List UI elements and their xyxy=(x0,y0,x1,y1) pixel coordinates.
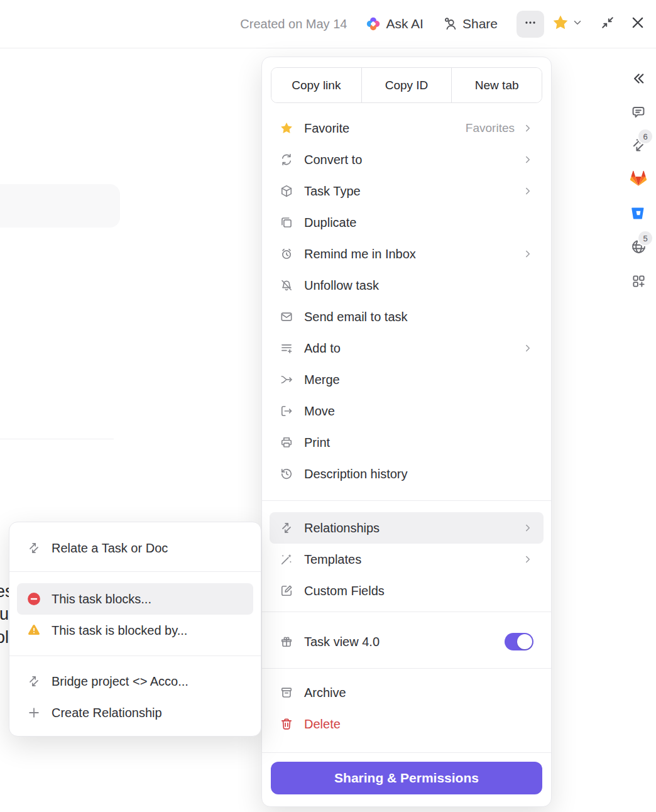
topbar: Created on May 14 Ask AI xyxy=(0,0,656,48)
move-icon xyxy=(280,404,293,418)
submenu-divider xyxy=(9,656,261,656)
menu-item-label: Move xyxy=(304,404,335,419)
more-options-button[interactable] xyxy=(517,11,544,38)
menu-item-print[interactable]: Print xyxy=(270,427,544,458)
menu-item-task-view-40[interactable]: Task view 4.0 xyxy=(270,626,544,657)
relationships-icon xyxy=(280,521,293,535)
menu-item-label: Archive xyxy=(304,686,346,700)
menu-divider xyxy=(262,668,551,669)
menu-item-label: Remind me in Inbox xyxy=(304,247,416,261)
plus-icon xyxy=(27,706,41,720)
copy-link-button[interactable]: Copy link xyxy=(271,68,361,102)
background-highlight-block xyxy=(0,184,120,228)
list-plus-icon xyxy=(280,341,293,355)
submenu-item-label: Create Relationship xyxy=(52,706,162,720)
double-chevron-left-icon xyxy=(630,70,647,89)
background-text-fragment: ol xyxy=(0,628,9,647)
menu-item-label: Convert to xyxy=(304,153,362,167)
collapse-sidebar-button[interactable] xyxy=(629,70,648,89)
submenu-item-task-blocks[interactable]: This task blocks... xyxy=(17,583,253,615)
menu-item-unfollow-task[interactable]: Unfollow task xyxy=(270,270,544,301)
chevron-down-icon xyxy=(572,17,583,31)
menu-divider xyxy=(262,752,551,753)
submenu-item-relate[interactable]: Relate a Task or Doc xyxy=(17,532,253,564)
menu-item-delete[interactable]: Delete xyxy=(270,708,544,740)
block-minus-icon xyxy=(27,592,41,606)
warning-triangle-icon xyxy=(27,623,41,637)
new-tab-button[interactable]: New tab xyxy=(451,68,542,102)
background-text-fragment: lu xyxy=(0,605,9,624)
ellipsis-icon xyxy=(523,16,537,32)
ai-flower-icon xyxy=(366,16,381,31)
star-icon xyxy=(552,14,569,34)
gitlab-icon xyxy=(629,169,648,190)
gift-icon xyxy=(280,635,293,649)
alarm-clock-icon xyxy=(280,247,293,261)
menu-item-label: Add to xyxy=(304,341,341,356)
menu-item-merge[interactable]: Merge xyxy=(270,364,544,395)
trash-icon xyxy=(280,717,293,731)
menu-item-favorite[interactable]: Favorite Favorites xyxy=(270,112,544,144)
close-button[interactable] xyxy=(627,13,648,35)
menu-item-duplicate[interactable]: Duplicate xyxy=(270,207,544,238)
task-view-screen: es lu ol Created on May 14 Ask AI xyxy=(0,0,656,812)
menu-item-label: Relationships xyxy=(304,521,380,535)
submenu-item-bridge-project[interactable]: Bridge project <> Acco... xyxy=(17,666,253,697)
menu-item-task-type[interactable]: Task Type xyxy=(270,175,544,207)
printer-icon xyxy=(280,436,293,449)
menu-item-remind-me[interactable]: Remind me in Inbox xyxy=(270,238,544,270)
chevron-right-icon xyxy=(522,554,533,565)
share-person-icon xyxy=(442,16,457,31)
submenu-item-create-relationship[interactable]: Create Relationship xyxy=(17,697,253,728)
duplicate-icon xyxy=(280,216,293,229)
menu-item-add-to[interactable]: Add to xyxy=(270,332,544,364)
menu-item-label: Task view 4.0 xyxy=(304,635,380,649)
menu-divider xyxy=(262,500,551,501)
copy-actions-group: Copy link Copy ID New tab xyxy=(271,67,542,103)
gitlab-button[interactable] xyxy=(629,170,648,189)
right-sidebar: 6 xyxy=(621,48,656,812)
chevron-right-icon xyxy=(522,248,533,260)
menu-item-archive[interactable]: Archive xyxy=(270,677,544,708)
apps-button[interactable] xyxy=(629,273,648,292)
cube-icon xyxy=(280,184,293,198)
menu-item-label: Favorite xyxy=(304,121,349,136)
menu-item-custom-fields[interactable]: Custom Fields xyxy=(270,575,544,606)
menu-item-send-email[interactable]: Send email to task xyxy=(270,301,544,332)
comments-button[interactable] xyxy=(629,104,648,123)
convert-icon xyxy=(280,153,293,167)
submenu-divider xyxy=(9,571,261,572)
submenu-item-label: Relate a Task or Doc xyxy=(52,541,168,556)
menu-item-templates[interactable]: Templates xyxy=(270,544,544,575)
envelope-icon xyxy=(280,310,293,324)
merge-icon xyxy=(280,373,293,387)
submenu-item-label: Bridge project <> Acco... xyxy=(52,674,189,689)
bitbucket-button[interactable] xyxy=(629,205,648,224)
task-view-toggle[interactable] xyxy=(505,633,533,650)
menu-item-convert-to[interactable]: Convert to xyxy=(270,144,544,175)
sharing-permissions-button[interactable]: Sharing & Permissions xyxy=(271,762,542,794)
share-button[interactable]: Share xyxy=(442,16,498,31)
menu-item-label: Merge xyxy=(304,373,340,387)
submenu-item-label: This task blocks... xyxy=(52,592,151,606)
menu-item-label: Print xyxy=(304,436,330,450)
copy-id-button[interactable]: Copy ID xyxy=(361,68,452,102)
chevron-right-icon xyxy=(522,123,533,134)
menu-item-description-history[interactable]: Description history xyxy=(270,458,544,490)
close-icon xyxy=(630,14,646,33)
favorite-star-button[interactable] xyxy=(552,14,583,34)
chevron-right-icon xyxy=(522,154,533,165)
star-icon xyxy=(280,121,293,135)
relationships-submenu: Relate a Task or Doc This task blocks... xyxy=(9,522,261,737)
minimize-button[interactable] xyxy=(597,13,618,35)
chevron-right-icon xyxy=(522,343,533,354)
menu-item-move[interactable]: Move xyxy=(270,395,544,427)
menu-item-relationships[interactable]: Relationships xyxy=(270,512,544,544)
menu-item-label: Delete xyxy=(304,717,341,732)
share-label: Share xyxy=(462,16,498,31)
favorites-location-label: Favorites xyxy=(466,121,515,135)
ask-ai-button[interactable]: Ask AI xyxy=(366,16,424,31)
menu-item-label: Description history xyxy=(304,467,408,481)
submenu-item-task-blocked-by[interactable]: This task is blocked by... xyxy=(17,615,253,646)
chevron-right-icon xyxy=(522,185,533,197)
